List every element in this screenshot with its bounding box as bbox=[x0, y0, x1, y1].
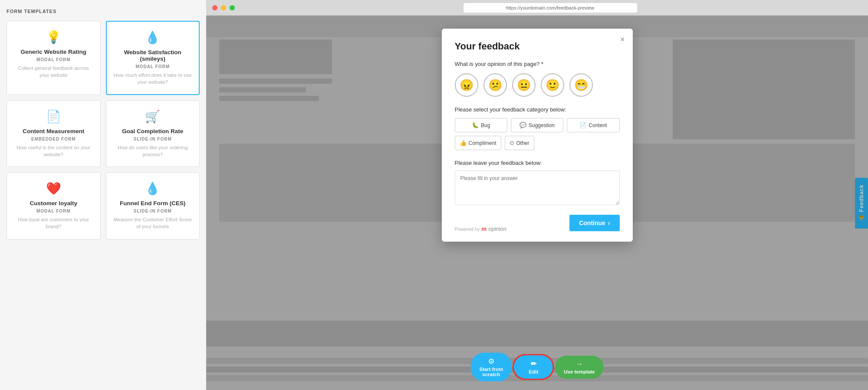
edit-label: Edit bbox=[529, 369, 538, 374]
card-type: SLIDE-IN FORM bbox=[134, 209, 172, 213]
category-buttons-row2: 👍Compliment⊙Other bbox=[455, 136, 620, 150]
browser-dot-yellow bbox=[221, 5, 226, 10]
card-type: MODAL FORM bbox=[36, 57, 71, 62]
template-card-website-satisfaction-smileys[interactable]: 💧 Website Satisfaction (smileys) MODAL F… bbox=[106, 21, 200, 95]
browser-url: https://yourdomain.com/feedback-preview bbox=[464, 3, 637, 13]
powered-by-text: Powered by bbox=[455, 226, 480, 232]
brand-letter: m bbox=[482, 226, 487, 232]
smiley-0[interactable]: 😠 bbox=[455, 73, 478, 97]
modal-overlay: × Your feedback What is your opinion of … bbox=[206, 16, 868, 390]
scratch-label: Start fromscratch bbox=[479, 367, 503, 377]
brand-name: opinion bbox=[488, 226, 506, 232]
card-desc: How do users like your ordering process? bbox=[113, 144, 193, 158]
card-desc: Measure the Customer Effort Score of you… bbox=[113, 216, 193, 230]
scratch-icon: ⊙ bbox=[488, 357, 494, 365]
card-icon: 📄 bbox=[46, 109, 61, 124]
card-title: Website Satisfaction (smileys) bbox=[113, 49, 193, 62]
smiley-1[interactable]: 😕 bbox=[483, 73, 507, 97]
continue-button[interactable]: Continue › bbox=[569, 215, 619, 231]
browser-content: 🔒 Feedback × Your feedback What is your … bbox=[206, 16, 868, 390]
template-card-goal-completion-rate[interactable]: 🛒 Goal Completion Rate SLIDE-IN FORM How… bbox=[106, 100, 200, 167]
smiley-4[interactable]: 😁 bbox=[569, 73, 593, 97]
template-card-generic-website-rating[interactable]: 💡 Generic Website Rating MODAL FORM Coll… bbox=[7, 21, 101, 95]
card-desc: How useful is the content on your websit… bbox=[13, 144, 94, 158]
opinion-question: What is your opinion of this page? * bbox=[455, 61, 620, 67]
category-question: Please select your feedback category bel… bbox=[455, 106, 620, 113]
continue-arrow-icon: › bbox=[608, 220, 610, 226]
cat-icon-bug: 🐛 bbox=[472, 122, 479, 128]
browser-dot-green bbox=[230, 5, 235, 10]
use-template-label: Use template bbox=[564, 369, 595, 374]
cat-btn-bug[interactable]: 🐛Bug bbox=[455, 118, 507, 132]
smiley-3[interactable]: 🙂 bbox=[541, 73, 564, 97]
edit-icon: ✏ bbox=[531, 360, 536, 368]
card-title: Customer loyalty bbox=[30, 200, 77, 206]
card-type: EMBEDDED FORM bbox=[31, 137, 76, 141]
template-card-funnel-end-form-ces[interactable]: 💧 Funnel End Form (CES) SLIDE-IN FORM Me… bbox=[106, 172, 200, 239]
template-grid: 💡 Generic Website Rating MODAL FORM Coll… bbox=[7, 21, 200, 239]
card-title: Funnel End Form (CES) bbox=[120, 200, 186, 206]
card-icon: ❤️ bbox=[46, 181, 61, 196]
browser-bar: https://yourdomain.com/feedback-preview bbox=[206, 0, 868, 16]
browser-dot-red bbox=[212, 5, 217, 10]
smiley-row: 😠😕😐🙂😁 bbox=[455, 73, 620, 97]
card-title: Content Measurement bbox=[23, 128, 84, 134]
cat-icon-compliment: 👍 bbox=[460, 140, 467, 146]
panel-title: FORM TEMPLATES bbox=[7, 9, 200, 14]
right-panel: https://yourdomain.com/feedback-preview … bbox=[206, 0, 868, 390]
cat-icon-other: ⊙ bbox=[510, 140, 514, 146]
card-type: MODAL FORM bbox=[135, 64, 170, 69]
card-desc: Collect general feedback across your web… bbox=[13, 65, 94, 79]
edit-button[interactable]: ✏ Edit bbox=[514, 355, 553, 379]
template-card-content-measurement[interactable]: 📄 Content Measurement EMBEDDED FORM How … bbox=[7, 100, 101, 167]
powered-by: Powered by mopinion bbox=[455, 226, 507, 232]
card-icon: 💧 bbox=[145, 30, 160, 45]
card-desc: How much effort does it take to use your… bbox=[113, 72, 193, 85]
modal-close-button[interactable]: × bbox=[620, 36, 625, 43]
cat-icon-content: 📄 bbox=[579, 122, 586, 128]
card-icon: 💧 bbox=[145, 181, 160, 196]
cat-icon-suggestion: 💬 bbox=[519, 122, 526, 128]
use-template-button[interactable]: → Use template bbox=[555, 356, 604, 379]
template-card-customer-loyalty[interactable]: ❤️ Customer loyalty MODAL FORM How loyal… bbox=[7, 172, 101, 239]
feedback-textarea[interactable] bbox=[455, 170, 620, 205]
card-title: Generic Website Rating bbox=[21, 49, 86, 55]
start-from-scratch-button[interactable]: ⊙ Start fromscratch bbox=[470, 353, 512, 381]
bottom-actions: ⊙ Start fromscratch ✏ Edit → Use templat… bbox=[470, 353, 604, 381]
continue-label: Continue bbox=[579, 220, 605, 226]
card-desc: How loyal are customers to your brand? bbox=[13, 216, 94, 230]
edit-button-wrapper: ✏ Edit bbox=[514, 355, 553, 379]
cat-btn-compliment[interactable]: 👍Compliment bbox=[455, 136, 501, 150]
card-icon: 🛒 bbox=[145, 109, 160, 124]
left-panel: FORM TEMPLATES 💡 Generic Website Rating … bbox=[0, 0, 206, 390]
cat-btn-other[interactable]: ⊙Other bbox=[505, 136, 534, 150]
category-buttons-row1: 🐛Bug💬Suggestion📄Content bbox=[455, 118, 620, 132]
feedback-label: Please leave your feedback below: bbox=[455, 160, 620, 166]
cat-btn-suggestion[interactable]: 💬Suggestion bbox=[511, 118, 563, 132]
modal-title: Your feedback bbox=[455, 41, 620, 52]
card-title: Goal Completion Rate bbox=[122, 128, 183, 134]
card-icon: 💡 bbox=[46, 30, 61, 44]
card-type: MODAL FORM bbox=[36, 209, 71, 213]
modal-footer: Powered by mopinion Continue › bbox=[455, 215, 620, 231]
use-template-icon: → bbox=[576, 360, 583, 368]
smiley-2[interactable]: 😐 bbox=[512, 73, 536, 97]
cat-btn-content[interactable]: 📄Content bbox=[567, 118, 619, 132]
card-type: SLIDE-IN FORM bbox=[134, 137, 172, 141]
feedback-modal: × Your feedback What is your opinion of … bbox=[442, 29, 633, 242]
